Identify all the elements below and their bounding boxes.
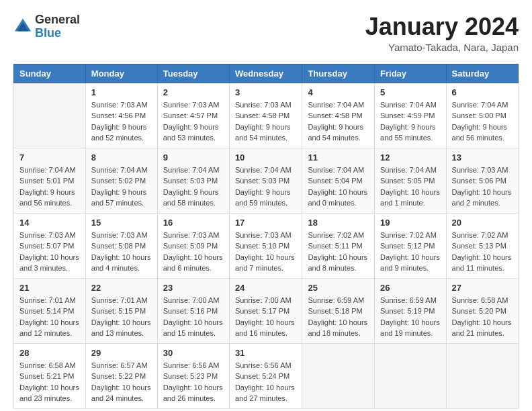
day-info: Sunrise: 7:04 AMSunset: 5:02 PMDaylight:…: [91, 165, 152, 209]
day-cell: [14, 83, 86, 148]
day-info: Sunrise: 7:00 AMSunset: 5:17 PMDaylight:…: [235, 295, 297, 339]
day-cell: 11Sunrise: 7:04 AMSunset: 5:04 PMDayligh…: [302, 148, 375, 213]
day-number: 8: [91, 152, 152, 163]
column-header-saturday: Saturday: [446, 64, 518, 83]
day-number: 15: [91, 218, 152, 228]
day-cell: 3Sunrise: 7:03 AMSunset: 4:58 PMDaylight…: [229, 83, 302, 148]
location-title: Yamato-Takada, Nara, Japan: [365, 42, 519, 53]
day-number: 25: [308, 283, 369, 293]
day-number: 23: [163, 283, 224, 293]
day-info: Sunrise: 7:03 AMSunset: 4:58 PMDaylight:…: [235, 99, 297, 144]
title-section: January 2024 Yamato-Takada, Nara, Japan: [365, 13, 519, 53]
day-info: Sunrise: 7:00 AMSunset: 5:16 PMDaylight:…: [163, 295, 224, 339]
column-header-thursday: Thursday: [302, 64, 375, 83]
day-cell: 17Sunrise: 7:03 AMSunset: 5:10 PMDayligh…: [229, 213, 302, 278]
day-number: 20: [452, 218, 513, 228]
day-cell: 25Sunrise: 6:59 AMSunset: 5:18 PMDayligh…: [302, 278, 375, 343]
day-cell: 1Sunrise: 7:03 AMSunset: 4:56 PMDaylight…: [85, 83, 157, 148]
day-info: Sunrise: 7:04 AMSunset: 5:03 PMDaylight:…: [235, 165, 297, 209]
day-number: 9: [163, 152, 224, 163]
day-cell: 4Sunrise: 7:04 AMSunset: 4:58 PMDaylight…: [302, 83, 375, 148]
day-cell: 2Sunrise: 7:03 AMSunset: 4:57 PMDaylight…: [157, 83, 229, 148]
column-header-friday: Friday: [375, 64, 447, 83]
page-header: General Blue January 2024 Yamato-Takada,…: [13, 13, 519, 53]
day-info: Sunrise: 7:03 AMSunset: 5:07 PMDaylight:…: [19, 230, 80, 274]
day-cell: 10Sunrise: 7:04 AMSunset: 5:03 PMDayligh…: [229, 148, 302, 213]
day-info: Sunrise: 7:01 AMSunset: 5:15 PMDaylight:…: [91, 295, 152, 339]
day-cell: 15Sunrise: 7:03 AMSunset: 5:08 PMDayligh…: [85, 213, 157, 278]
day-number: 17: [235, 218, 297, 228]
day-number: 4: [308, 87, 369, 97]
day-info: Sunrise: 7:04 AMSunset: 5:03 PMDaylight:…: [163, 165, 224, 209]
day-info: Sunrise: 7:03 AMSunset: 5:08 PMDaylight:…: [91, 230, 152, 274]
day-info: Sunrise: 7:02 AMSunset: 5:12 PMDaylight:…: [380, 230, 441, 274]
day-info: Sunrise: 7:03 AMSunset: 5:09 PMDaylight:…: [163, 230, 224, 274]
day-number: 10: [235, 152, 297, 163]
day-info: Sunrise: 7:03 AMSunset: 5:06 PMDaylight:…: [452, 165, 513, 209]
day-number: 2: [163, 87, 224, 97]
day-cell: 31Sunrise: 6:56 AMSunset: 5:24 PMDayligh…: [229, 343, 302, 408]
calendar-table: SundayMondayTuesdayWednesdayThursdayFrid…: [13, 64, 519, 409]
day-number: 3: [235, 87, 297, 97]
logo-text: General Blue: [35, 13, 80, 40]
day-info: Sunrise: 7:02 AMSunset: 5:13 PMDaylight:…: [452, 230, 513, 274]
header-row: SundayMondayTuesdayWednesdayThursdayFrid…: [14, 64, 519, 83]
column-header-wednesday: Wednesday: [229, 64, 302, 83]
day-number: 1: [91, 87, 152, 97]
day-number: 6: [452, 87, 513, 97]
day-info: Sunrise: 7:04 AMSunset: 5:05 PMDaylight:…: [380, 165, 441, 209]
day-number: 16: [163, 218, 224, 228]
day-cell: 7Sunrise: 7:04 AMSunset: 5:01 PMDaylight…: [14, 148, 86, 213]
day-number: 31: [235, 348, 297, 358]
column-header-tuesday: Tuesday: [157, 64, 229, 83]
day-cell: 14Sunrise: 7:03 AMSunset: 5:07 PMDayligh…: [14, 213, 86, 278]
logo-icon: [13, 17, 32, 36]
day-number: 24: [235, 283, 297, 293]
day-number: 7: [19, 152, 80, 163]
column-header-sunday: Sunday: [14, 64, 86, 83]
week-row-5: 28Sunrise: 6:58 AMSunset: 5:21 PMDayligh…: [14, 343, 519, 408]
day-number: 13: [452, 152, 513, 163]
day-cell: 24Sunrise: 7:00 AMSunset: 5:17 PMDayligh…: [229, 278, 302, 343]
day-number: 21: [19, 283, 80, 293]
day-cell: 21Sunrise: 7:01 AMSunset: 5:14 PMDayligh…: [14, 278, 86, 343]
day-number: 12: [380, 152, 441, 163]
day-info: Sunrise: 7:04 AMSunset: 5:04 PMDaylight:…: [308, 165, 369, 209]
day-cell: 30Sunrise: 6:56 AMSunset: 5:23 PMDayligh…: [157, 343, 229, 408]
day-info: Sunrise: 7:04 AMSunset: 5:00 PMDaylight:…: [452, 99, 513, 144]
day-info: Sunrise: 7:03 AMSunset: 4:57 PMDaylight:…: [163, 99, 224, 144]
day-number: 11: [308, 152, 369, 163]
day-number: 28: [19, 348, 80, 358]
week-row-2: 7Sunrise: 7:04 AMSunset: 5:01 PMDaylight…: [14, 148, 519, 213]
day-number: 27: [452, 283, 513, 293]
day-info: Sunrise: 6:59 AMSunset: 5:18 PMDaylight:…: [308, 295, 369, 339]
month-title: January 2024: [365, 13, 519, 40]
day-cell: 26Sunrise: 6:59 AMSunset: 5:19 PMDayligh…: [375, 278, 447, 343]
day-info: Sunrise: 7:03 AMSunset: 5:10 PMDaylight:…: [235, 230, 297, 274]
day-info: Sunrise: 7:04 AMSunset: 4:59 PMDaylight:…: [380, 99, 441, 144]
day-info: Sunrise: 7:01 AMSunset: 5:14 PMDaylight:…: [19, 295, 80, 339]
day-cell: 16Sunrise: 7:03 AMSunset: 5:09 PMDayligh…: [157, 213, 229, 278]
day-cell: 18Sunrise: 7:02 AMSunset: 5:11 PMDayligh…: [302, 213, 375, 278]
week-row-1: 1Sunrise: 7:03 AMSunset: 4:56 PMDaylight…: [14, 83, 519, 148]
column-header-monday: Monday: [85, 64, 157, 83]
day-info: Sunrise: 7:02 AMSunset: 5:11 PMDaylight:…: [308, 230, 369, 274]
day-cell: 6Sunrise: 7:04 AMSunset: 5:00 PMDaylight…: [446, 83, 518, 148]
day-cell: 29Sunrise: 6:57 AMSunset: 5:22 PMDayligh…: [85, 343, 157, 408]
day-cell: 27Sunrise: 6:58 AMSunset: 5:20 PMDayligh…: [446, 278, 518, 343]
day-info: Sunrise: 6:58 AMSunset: 5:21 PMDaylight:…: [19, 360, 80, 404]
day-cell: 22Sunrise: 7:01 AMSunset: 5:15 PMDayligh…: [85, 278, 157, 343]
day-info: Sunrise: 7:03 AMSunset: 4:56 PMDaylight:…: [91, 99, 152, 144]
day-number: 30: [163, 348, 224, 358]
week-row-4: 21Sunrise: 7:01 AMSunset: 5:14 PMDayligh…: [14, 278, 519, 343]
day-cell: 19Sunrise: 7:02 AMSunset: 5:12 PMDayligh…: [375, 213, 447, 278]
day-cell: 13Sunrise: 7:03 AMSunset: 5:06 PMDayligh…: [446, 148, 518, 213]
week-row-3: 14Sunrise: 7:03 AMSunset: 5:07 PMDayligh…: [14, 213, 519, 278]
day-cell: 20Sunrise: 7:02 AMSunset: 5:13 PMDayligh…: [446, 213, 518, 278]
day-cell: 5Sunrise: 7:04 AMSunset: 4:59 PMDaylight…: [375, 83, 447, 148]
day-number: 18: [308, 218, 369, 228]
day-number: 19: [380, 218, 441, 228]
day-info: Sunrise: 6:59 AMSunset: 5:19 PMDaylight:…: [380, 295, 441, 339]
day-cell: [446, 343, 518, 408]
day-cell: 9Sunrise: 7:04 AMSunset: 5:03 PMDaylight…: [157, 148, 229, 213]
